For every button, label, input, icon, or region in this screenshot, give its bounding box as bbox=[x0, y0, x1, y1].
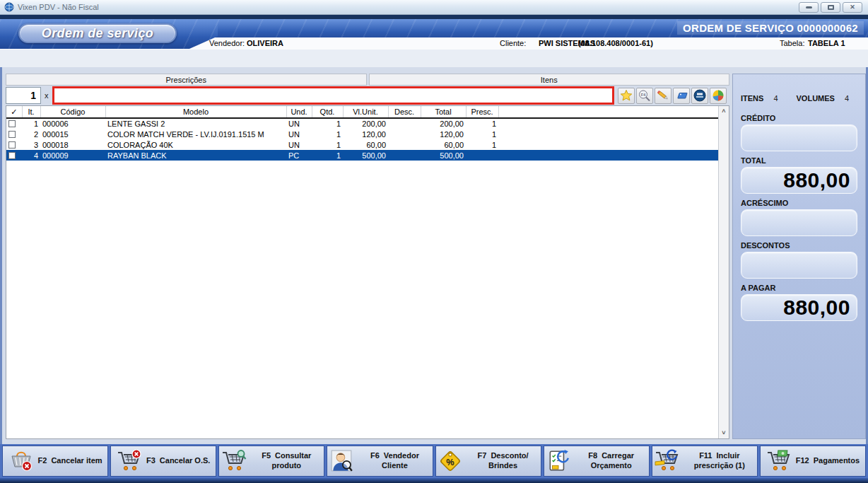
vertical-scrollbar[interactable]: ˄ ˅ bbox=[718, 106, 729, 438]
cell-und: UN bbox=[286, 129, 312, 139]
fkey-label: F2 bbox=[38, 456, 47, 465]
acrescimo-label: ACRÉSCIMO bbox=[741, 199, 857, 207]
volumes-value: 4 bbox=[845, 94, 849, 103]
quantity-input[interactable] bbox=[6, 87, 41, 104]
search-f4-button[interactable]: F4 bbox=[636, 88, 653, 104]
row-checkbox[interactable] bbox=[8, 120, 16, 127]
minimize-icon bbox=[806, 6, 812, 8]
table-row-selected[interactable]: 4 000009 RAYBAN BLACK PC 1 500,00 500,00 bbox=[6, 150, 718, 161]
col-filler bbox=[498, 106, 718, 118]
f12-pagamentos-button[interactable]: F12Pagamentos bbox=[760, 446, 866, 477]
window-controls: ✕ bbox=[799, 2, 864, 13]
f8-carregar-orcamento-button[interactable]: F8Carregar Orçamento bbox=[544, 446, 650, 477]
header: ORDEM DE SERVIÇO 0000000062 Vendedor: OL… bbox=[0, 19, 868, 67]
cell-vlunit: 60,00 bbox=[343, 139, 388, 150]
table-row[interactable]: 2 000015 COLOR MATCH VERDE - LV.IJ.0191.… bbox=[6, 129, 718, 139]
cell-desc bbox=[388, 118, 421, 129]
col-vlunit: Vl.Unit. bbox=[343, 106, 388, 118]
total-box: 880,00 bbox=[741, 167, 857, 194]
favorite-star-button[interactable] bbox=[618, 88, 635, 104]
col-desc: Desc. bbox=[388, 106, 421, 118]
cell-codigo: 000018 bbox=[40, 139, 105, 150]
close-button[interactable]: ✕ bbox=[843, 2, 862, 13]
barcode-input[interactable] bbox=[52, 86, 614, 105]
fkey-label: F5 bbox=[262, 451, 271, 460]
cell-qtd: 1 bbox=[312, 129, 343, 139]
scroll-up-icon[interactable]: ˄ bbox=[722, 106, 725, 117]
cell-presc: 1 bbox=[466, 118, 498, 129]
close-icon: ✕ bbox=[850, 4, 855, 11]
entry-toolbar: F4 bbox=[618, 88, 727, 104]
col-check: ✓ bbox=[6, 106, 22, 118]
table-row[interactable]: 3 000018 COLORAÇÃO 40K UN 1 60,00 60,00 … bbox=[6, 139, 718, 150]
col-codigo: Código bbox=[40, 106, 105, 118]
vendedor-label: Vendedor: bbox=[209, 39, 245, 47]
pie-chart-button[interactable] bbox=[710, 88, 727, 104]
header-wedge: Ordem de serviço bbox=[0, 19, 218, 49]
fbtn-label: Vendedor Cliente bbox=[382, 451, 419, 470]
load-budget-icon bbox=[546, 449, 572, 473]
row-checkbox[interactable] bbox=[8, 131, 16, 138]
tab-prescricoes[interactable]: Prescrições bbox=[6, 74, 367, 86]
row-checkbox[interactable] bbox=[8, 141, 16, 149]
col-total: Total bbox=[421, 106, 466, 118]
fbtn-label: Consultar produto bbox=[272, 451, 312, 470]
edit-pencil-button[interactable] bbox=[655, 88, 671, 104]
app-window: Vixen PDV - Não Fiscal ✕ ORDEM DE SERVIÇ… bbox=[0, 0, 868, 483]
screen-title: Ordem de serviço bbox=[42, 26, 153, 41]
order-number: ORDEM DE SERVIÇO 0000000062 bbox=[677, 21, 864, 35]
cell-und: UN bbox=[286, 118, 312, 129]
tab-itens[interactable]: Itens bbox=[369, 74, 730, 86]
cell-vlunit: 500,00 bbox=[343, 150, 388, 161]
fkey-label: F3 bbox=[146, 456, 156, 465]
pie-chart-icon bbox=[711, 89, 725, 102]
discount-tag-icon: % bbox=[438, 449, 464, 473]
cell-und: PC bbox=[286, 150, 312, 161]
cell-codigo: 000006 bbox=[40, 118, 105, 129]
descontos-box bbox=[741, 252, 857, 279]
svg-text:%: % bbox=[446, 457, 454, 467]
cell-vlunit: 120,00 bbox=[343, 129, 388, 139]
col-und: Und. bbox=[286, 106, 312, 118]
col-qtd: Qtd. bbox=[312, 106, 343, 118]
f6-vendedor-cliente-button[interactable]: F6Vendedor Cliente bbox=[327, 446, 433, 477]
table-row[interactable]: 1 000006 LENTE GASSI 2 UN 1 200,00 200,0… bbox=[6, 118, 718, 129]
acrescimo-field: ACRÉSCIMO bbox=[741, 199, 857, 236]
items-grid-body: ✓ It. Código Modelo Und. Qtd. Vl.Unit. D… bbox=[6, 106, 718, 438]
f5-consultar-produto-button[interactable]: F5Consultar produto bbox=[218, 446, 324, 477]
cell-it: 2 bbox=[22, 129, 40, 139]
volumes-label: VOLUMES bbox=[797, 94, 835, 103]
cell-desc bbox=[388, 129, 421, 139]
row-checkbox[interactable] bbox=[8, 152, 16, 159]
cell-total: 60,00 bbox=[421, 139, 466, 150]
cell-modelo: LENTE GASSI 2 bbox=[105, 118, 286, 129]
cell-it: 4 bbox=[22, 150, 40, 161]
cart-search-icon bbox=[221, 449, 247, 473]
minimize-button[interactable] bbox=[799, 2, 819, 13]
itens-value: 4 bbox=[773, 94, 778, 103]
titlebar: Vixen PDV - Não Fiscal ✕ bbox=[0, 0, 868, 15]
f11-incluir-prescricao-button[interactable]: F11Incluir prescrição (1) bbox=[652, 446, 758, 477]
apagar-field: A PAGAR 880,00 bbox=[741, 284, 857, 321]
times-label: x bbox=[45, 91, 49, 100]
f2-cancelar-item-button[interactable]: F2Cancelar item bbox=[2, 446, 108, 477]
app-icon bbox=[4, 2, 14, 12]
cash-button[interactable] bbox=[691, 88, 708, 104]
fkey-label: F7 bbox=[478, 451, 487, 460]
cell-desc bbox=[388, 139, 421, 150]
scroll-down-icon[interactable]: ˅ bbox=[722, 428, 725, 438]
acrescimo-box bbox=[741, 209, 857, 236]
window-title: Vixen PDV - Não Fiscal bbox=[18, 3, 99, 11]
f7-desconto-brindes-button[interactable]: % F7Desconto/ Brindes bbox=[435, 446, 541, 477]
maximize-button[interactable] bbox=[821, 2, 840, 13]
tag-icon bbox=[674, 89, 688, 102]
cell-modelo: RAYBAN BLACK bbox=[105, 150, 286, 161]
f3-cancelar-os-button[interactable]: F3Cancelar O.S. bbox=[110, 446, 216, 477]
items-grid: ✓ It. Código Modelo Und. Qtd. Vl.Unit. D… bbox=[6, 105, 729, 439]
tag-button[interactable] bbox=[673, 88, 690, 104]
fkey-label: F6 bbox=[370, 451, 380, 460]
apagar-label: A PAGAR bbox=[741, 284, 857, 292]
cell-total: 120,00 bbox=[421, 129, 466, 139]
cliente-label: Cliente: bbox=[500, 39, 526, 47]
cell-codigo: 000015 bbox=[40, 129, 105, 139]
